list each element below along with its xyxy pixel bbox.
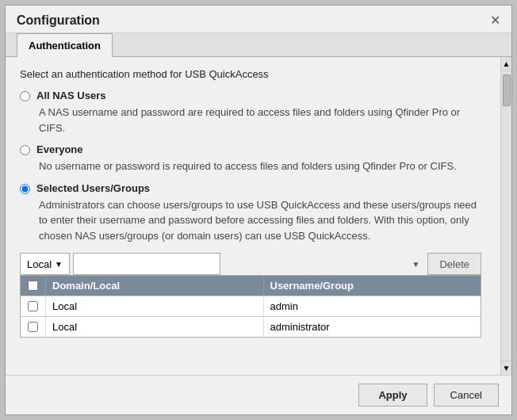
table-row: Local admin [21, 296, 481, 316]
th-domain: Domain/Local [46, 276, 264, 296]
radio-selected-users[interactable] [20, 184, 30, 194]
user-search-input[interactable] [73, 253, 220, 275]
th-username: Username/Group [264, 276, 481, 296]
radio-item-all-nas: All NAS Users [20, 90, 481, 101]
close-button[interactable]: ✕ [490, 14, 500, 27]
row-checkbox-1[interactable] [28, 301, 38, 311]
radio-desc-selected: Administrators can choose users/groups t… [39, 197, 481, 244]
delete-button[interactable]: Delete [427, 253, 481, 275]
td-check-1 [21, 296, 46, 316]
row-checkbox-2[interactable] [28, 322, 38, 332]
table-row: Local administrator [21, 316, 481, 337]
content-subtitle: Select an authentication method for USB … [20, 68, 481, 80]
radio-item-everyone: Everyone [20, 143, 481, 155]
radio-all-nas[interactable] [20, 91, 30, 101]
cancel-button[interactable]: Cancel [434, 384, 499, 407]
radio-everyone[interactable] [20, 145, 30, 155]
content-area: Select an authentication method for USB … [6, 57, 500, 375]
header-checkbox[interactable] [28, 281, 38, 291]
radio-item-selected: Selected Users/Groups [20, 182, 481, 194]
search-dropdown-arrow: ▼ [412, 260, 420, 269]
radio-label-everyone[interactable]: Everyone [36, 143, 83, 155]
radio-label-selected[interactable]: Selected Users/Groups [36, 182, 150, 194]
scrollbar: ▲ ▼ [500, 57, 511, 375]
td-domain-2: Local [46, 317, 264, 337]
td-domain-1: Local [46, 296, 264, 316]
scrollbar-thumb[interactable] [503, 74, 511, 106]
scroll-down-button[interactable]: ▼ [501, 361, 511, 375]
radio-group-all-nas: All NAS Users A NAS username and passwor… [20, 90, 481, 136]
dialog-footer: Apply Cancel [6, 375, 511, 414]
radio-group-selected: Selected Users/Groups Administrators can… [20, 182, 481, 244]
radio-label-all-nas[interactable]: All NAS Users [36, 90, 105, 101]
radio-group-everyone: Everyone No username or password is requ… [20, 143, 481, 174]
search-wrapper: ▼ [73, 253, 424, 275]
td-check-2 [21, 317, 46, 337]
apply-button[interactable]: Apply [358, 384, 427, 407]
local-dropdown-arrow: ▼ [55, 260, 63, 269]
radio-desc-all-nas: A NAS username and password are required… [39, 105, 481, 136]
dialog-title: Configuration [17, 13, 100, 28]
radio-desc-everyone: No username or password is required to a… [39, 158, 481, 174]
users-toolbar: Local ▼ ▼ Delete [20, 253, 481, 275]
tab-authentication[interactable]: Authentication [17, 33, 113, 57]
configuration-dialog: Configuration ✕ Authentication Select an… [5, 5, 512, 415]
local-dropdown[interactable]: Local ▼ [20, 253, 70, 275]
td-username-2: administrator [264, 317, 481, 337]
table-header: Domain/Local Username/Group [21, 276, 481, 296]
local-dropdown-label: Local [27, 258, 52, 270]
th-checkbox [21, 276, 46, 296]
tab-bar: Authentication [6, 33, 511, 57]
users-table: Domain/Local Username/Group Local admin … [20, 275, 481, 338]
td-username-1: admin [264, 296, 481, 316]
scroll-up-button[interactable]: ▲ [501, 57, 511, 71]
title-bar: Configuration ✕ [6, 6, 511, 33]
